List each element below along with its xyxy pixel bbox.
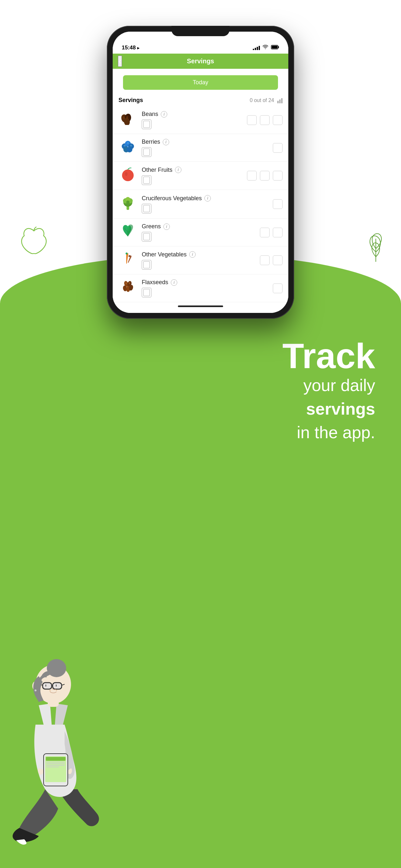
svg-rect-52 xyxy=(46,767,59,767)
svg-point-25 xyxy=(126,252,127,254)
cruciferous-name: Cruciferous Vegetables xyxy=(142,195,202,202)
svg-rect-48 xyxy=(46,757,66,761)
woman-illustration xyxy=(0,634,161,868)
chart-icon[interactable] xyxy=(277,97,282,103)
food-item-other-veggies: Other Vegetables i xyxy=(113,246,288,275)
flaxseeds-checkboxes xyxy=(273,283,282,293)
greens-checkbox-1[interactable] xyxy=(260,228,270,237)
greens-name-row: Greens i xyxy=(142,223,255,230)
berries-checkboxes xyxy=(273,143,282,153)
other-veggies-copy-icon[interactable] xyxy=(142,260,151,270)
other-veggies-emoji xyxy=(119,251,137,270)
servings-header: Servings 0 out of 24 xyxy=(113,94,288,106)
beans-checkbox-2[interactable] xyxy=(260,115,270,125)
beans-checkboxes xyxy=(247,115,282,125)
beans-name-row: Beans i xyxy=(142,111,243,118)
greens-info-icon[interactable]: i xyxy=(163,223,170,230)
food-list: Beans i xyxy=(113,106,288,302)
other-fruits-checkboxes xyxy=(247,171,282,181)
svg-point-15 xyxy=(130,145,132,147)
svg-point-55 xyxy=(35,689,36,691)
status-time: 15:48 ▸ xyxy=(122,44,140,51)
location-icon: ▸ xyxy=(137,45,140,51)
cruciferous-info-icon[interactable]: i xyxy=(204,195,211,202)
servings-count: 0 out of 24 xyxy=(250,97,282,103)
back-button[interactable]: ‹ xyxy=(118,56,122,67)
phone-frame: 15:48 ▸ xyxy=(107,26,294,319)
greens-copy-icon[interactable] xyxy=(142,232,151,242)
other-veggies-details: Other Vegetables i xyxy=(142,251,255,270)
flaxseeds-emoji xyxy=(119,279,137,298)
svg-rect-1 xyxy=(272,46,278,49)
other-fruits-emoji xyxy=(119,166,137,185)
app-header: ‹ Servings xyxy=(113,54,288,69)
beans-emoji xyxy=(119,112,137,128)
other-fruits-info-icon[interactable]: i xyxy=(175,166,181,173)
home-bar xyxy=(178,306,223,307)
svg-rect-51 xyxy=(46,765,65,766)
greens-emoji xyxy=(119,223,137,242)
cruciferous-checkboxes xyxy=(273,199,282,209)
greens-details: Greens i xyxy=(142,223,255,242)
other-veggies-checkbox-2[interactable] xyxy=(273,255,282,265)
berries-emoji xyxy=(119,139,137,157)
phone-screen: 15:48 ▸ xyxy=(113,32,288,313)
time-display: 15:48 xyxy=(122,44,135,51)
greens-name: Greens xyxy=(142,223,161,230)
berries-details: Berries i xyxy=(142,138,268,157)
flaxseeds-info-icon[interactable]: i xyxy=(171,279,177,286)
food-item-greens: Greens i xyxy=(113,219,288,246)
beans-checkbox-1[interactable] xyxy=(247,115,257,125)
battery-icon xyxy=(271,45,279,51)
other-veggies-checkbox-1[interactable] xyxy=(260,255,270,265)
flaxseeds-checkbox-1[interactable] xyxy=(273,283,282,293)
beans-details: Beans i xyxy=(142,111,243,129)
beans-info-icon[interactable]: i xyxy=(161,111,167,118)
other-fruits-name: Other Fruits xyxy=(142,166,173,174)
svg-rect-38 xyxy=(53,683,62,689)
cruciferous-details: Cruciferous Vegetables i xyxy=(142,195,268,213)
servings-label: Servings xyxy=(119,97,143,104)
bottom-section: Track your daily servings in the app. xyxy=(0,319,401,444)
svg-point-54 xyxy=(56,689,57,691)
other-fruits-checkbox-3[interactable] xyxy=(273,171,282,181)
subtitle-line3: in the app. xyxy=(297,423,375,442)
berries-copy-icon[interactable] xyxy=(142,147,151,157)
svg-point-16 xyxy=(122,169,134,181)
svg-point-23 xyxy=(126,200,129,204)
cruciferous-emoji xyxy=(119,194,137,214)
today-button[interactable]: Today xyxy=(123,75,278,90)
status-icons xyxy=(253,45,279,51)
other-fruits-checkbox-1[interactable] xyxy=(247,171,257,181)
wifi-icon xyxy=(263,45,268,51)
berries-checkbox-1[interactable] xyxy=(273,143,282,153)
subtitle-text: your daily servings in the app. xyxy=(297,374,375,444)
flaxseeds-copy-icon[interactable] xyxy=(142,288,151,298)
beans-checkbox-3[interactable] xyxy=(273,115,282,125)
svg-point-17 xyxy=(125,172,127,176)
other-fruits-copy-icon[interactable] xyxy=(142,175,151,185)
other-veggies-name: Other Vegetables xyxy=(142,251,187,258)
svg-point-13 xyxy=(124,145,126,147)
food-item-flaxseeds: Flaxseeds i xyxy=(113,275,288,302)
svg-rect-2 xyxy=(278,46,279,48)
signal-icon xyxy=(253,45,260,50)
food-item-beans: Beans i xyxy=(113,106,288,134)
beans-copy-icon[interactable] xyxy=(142,120,151,129)
svg-rect-49 xyxy=(46,762,65,763)
phone-container: 15:48 ▸ xyxy=(0,0,401,319)
food-item-cruciferous: Cruciferous Vegetables i xyxy=(113,190,288,219)
cruciferous-checkbox-1[interactable] xyxy=(273,199,282,209)
greens-checkbox-2[interactable] xyxy=(273,228,282,237)
subtitle-line2: servings xyxy=(306,399,375,418)
app-title: Servings xyxy=(187,58,214,65)
other-veggies-info-icon[interactable]: i xyxy=(189,251,196,258)
other-veggies-checkboxes xyxy=(260,255,282,265)
cruciferous-copy-icon[interactable] xyxy=(142,204,151,213)
berries-info-icon[interactable]: i xyxy=(163,139,169,145)
other-fruits-checkbox-2[interactable] xyxy=(260,171,270,181)
svg-point-14 xyxy=(127,142,129,144)
greens-checkboxes xyxy=(260,228,282,237)
phone-notch xyxy=(172,26,229,36)
svg-rect-50 xyxy=(46,764,65,764)
